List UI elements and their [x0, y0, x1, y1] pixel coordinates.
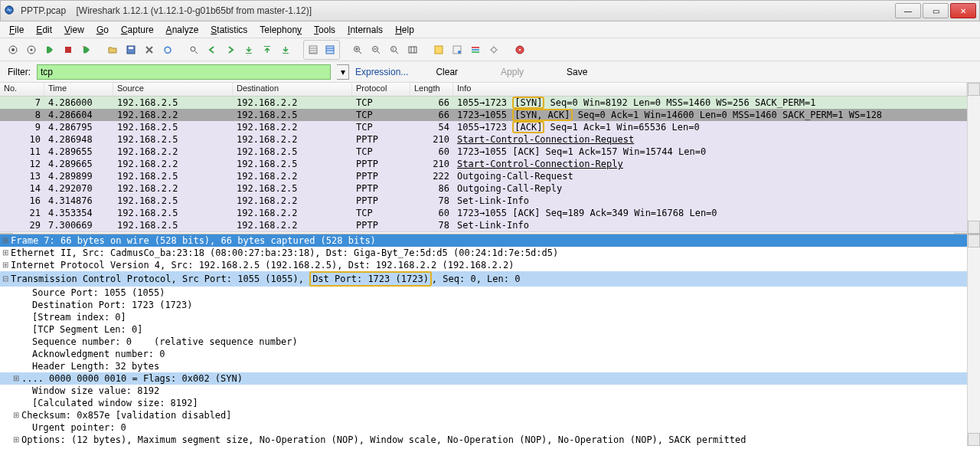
scroll-thumb[interactable]: [13, 234, 484, 234]
open-file-button[interactable]: [104, 41, 121, 58]
col-time[interactable]: Time: [44, 83, 113, 96]
detail-line[interactable]: Acknowledgment number: 0: [0, 348, 967, 360]
detail-line[interactable]: ⊟Transmission Control Protocol, Src Port…: [0, 271, 967, 287]
detail-line[interactable]: Window size value: 8192: [0, 385, 967, 397]
details-body[interactable]: ⊞Frame 7: 66 bytes on wire (528 bits), 6…: [0, 234, 967, 446]
coloring-rules-button[interactable]: [467, 41, 484, 58]
menu-edit[interactable]: Edit: [31, 23, 57, 37]
col-info[interactable]: Info: [453, 83, 967, 96]
expand-icon[interactable]: ⊞: [0, 259, 11, 271]
scroll-up-button[interactable]: [968, 234, 980, 247]
menu-view[interactable]: View: [60, 23, 89, 37]
menu-file[interactable]: File: [5, 23, 28, 37]
info-link[interactable]: Start-Control-Connection-Reply: [457, 159, 623, 169]
scroll-up-button[interactable]: [968, 83, 980, 96]
close-file-button[interactable]: [141, 41, 158, 58]
packet-row[interactable]: 94.286795192.168.2.5192.168.2.2TCP541055…: [0, 121, 967, 133]
detail-line[interactable]: [TCP Segment Len: 0]: [0, 323, 967, 336]
packet-row[interactable]: 124.289665192.168.2.2192.168.2.5PPTP210S…: [0, 158, 967, 170]
stop-capture-button[interactable]: [60, 41, 77, 58]
expand-icon[interactable]: ⊞: [0, 234, 11, 247]
menu-analyze[interactable]: Analyze: [162, 23, 204, 37]
detail-line[interactable]: [Stream index: 0]: [0, 311, 967, 323]
menu-statistics[interactable]: Statistics: [206, 23, 252, 37]
scroll-down-button[interactable]: [968, 433, 980, 446]
menu-tools[interactable]: Tools: [309, 23, 340, 37]
detail-line[interactable]: Urgent pointer: 0: [0, 421, 967, 434]
capture-filters-button[interactable]: [430, 41, 447, 58]
expression-link[interactable]: Expression...: [355, 67, 408, 77]
col-protocol[interactable]: Protocol: [352, 83, 410, 96]
packet-list-hscroll[interactable]: [0, 231, 967, 234]
packet-list-vscroll[interactable]: [967, 83, 980, 234]
detail-line[interactable]: Source Port: 1055 (1055): [0, 287, 967, 299]
packet-row[interactable]: 214.353354192.168.2.5192.168.2.2TCP60172…: [0, 207, 967, 219]
display-filters-button[interactable]: [449, 41, 466, 58]
packet-list-rows[interactable]: 74.286000192.168.2.5192.168.2.2TCP661055…: [0, 97, 967, 231]
filter-dropdown-button[interactable]: ▾: [337, 64, 349, 80]
close-button[interactable]: ✕: [950, 3, 976, 18]
clear-link[interactable]: Clear: [436, 67, 458, 77]
detail-line[interactable]: ⊞Options: (12 bytes), Maximum segment si…: [0, 434, 967, 446]
colorize-button[interactable]: [305, 41, 322, 58]
packet-row[interactable]: 164.314876192.168.2.5192.168.2.2PPTP78Se…: [0, 195, 967, 207]
menu-telephony[interactable]: Telephony: [255, 23, 306, 37]
expand-icon[interactable]: ⊟: [0, 273, 11, 285]
packet-row[interactable]: 114.289655192.168.2.2192.168.2.5TCP60172…: [0, 146, 967, 158]
preferences-button[interactable]: [485, 41, 502, 58]
packet-row[interactable]: 134.289899192.168.2.5192.168.2.2PPTP222O…: [0, 170, 967, 182]
menu-internals[interactable]: Internals: [343, 23, 387, 37]
scroll-vtrack[interactable]: [968, 247, 980, 433]
scroll-vtrack[interactable]: [968, 96, 980, 221]
col-source[interactable]: Source: [113, 83, 233, 96]
col-length[interactable]: Length: [410, 83, 453, 96]
zoom-out-button[interactable]: [368, 41, 384, 58]
scroll-down-button[interactable]: [968, 221, 980, 234]
packet-row[interactable]: 144.292070192.168.2.2192.168.2.5PPTP86Ou…: [0, 182, 967, 195]
minimize-button[interactable]: —: [895, 3, 921, 18]
last-packet-button[interactable]: [277, 41, 294, 58]
expand-icon[interactable]: ⊞: [11, 409, 21, 421]
detail-line[interactable]: Sequence number: 0 (relative sequence nu…: [0, 336, 967, 348]
expand-icon[interactable]: ⊞: [11, 434, 21, 446]
filter-input[interactable]: [37, 64, 331, 80]
expand-icon[interactable]: ⊞: [11, 372, 21, 385]
interfaces-button[interactable]: [5, 41, 21, 58]
maximize-button[interactable]: ▭: [923, 3, 949, 18]
auto-scroll-button[interactable]: [322, 41, 338, 58]
go-to-packet-button[interactable]: [240, 41, 257, 58]
menu-help[interactable]: Help: [390, 23, 419, 37]
packet-row[interactable]: 104.286948192.168.2.5192.168.2.2PPTP210S…: [0, 133, 967, 146]
detail-line[interactable]: ⊞Ethernet II, Src: CadmusCo_ba:23:18 (08…: [0, 247, 967, 259]
packet-row[interactable]: 84.286604192.168.2.2192.168.2.5TCP661723…: [0, 109, 967, 121]
go-back-button[interactable]: [204, 41, 220, 58]
menu-go[interactable]: Go: [92, 23, 113, 37]
detail-line[interactable]: ⊞Frame 7: 66 bytes on wire (528 bits), 6…: [0, 234, 967, 247]
zoom-reset-button[interactable]: 1: [386, 41, 403, 58]
scroll-track[interactable]: [13, 233, 954, 234]
zoom-in-button[interactable]: [349, 41, 366, 58]
detail-line[interactable]: ⊞Checksum: 0x857e [validation disabled]: [0, 409, 967, 421]
detail-line[interactable]: Destination Port: 1723 (1723): [0, 299, 967, 311]
save-link[interactable]: Save: [567, 67, 587, 77]
options-button[interactable]: [23, 41, 40, 58]
col-no[interactable]: No.: [0, 83, 44, 96]
expand-icon[interactable]: ⊞: [0, 247, 11, 259]
go-forward-button[interactable]: [222, 41, 239, 58]
save-file-button[interactable]: [122, 41, 139, 58]
reload-button[interactable]: [159, 41, 176, 58]
apply-link[interactable]: Apply: [501, 67, 524, 77]
first-packet-button[interactable]: [259, 41, 276, 58]
restart-capture-button[interactable]: [78, 41, 95, 58]
menu-capture[interactable]: Capture: [116, 23, 158, 37]
resize-columns-button[interactable]: [404, 41, 421, 58]
info-link[interactable]: Start-Control-Connection-Request: [457, 134, 634, 145]
scroll-left-button[interactable]: [0, 233, 13, 234]
detail-line[interactable]: Header Length: 32 bytes: [0, 360, 967, 372]
col-destination[interactable]: Destination: [233, 83, 352, 96]
packet-row[interactable]: 297.300669192.168.2.5192.168.2.2PPTP78Se…: [0, 219, 967, 231]
details-vscroll[interactable]: [967, 234, 980, 446]
scroll-right-button[interactable]: [954, 233, 967, 234]
find-button[interactable]: [185, 41, 202, 58]
detail-line[interactable]: [Calculated window size: 8192]: [0, 397, 967, 409]
